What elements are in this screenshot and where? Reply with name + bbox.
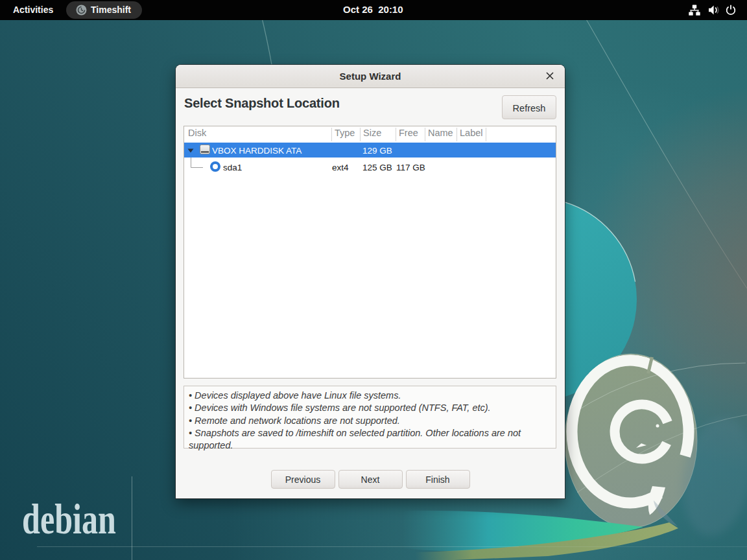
svg-text:debian: debian: [22, 495, 116, 542]
